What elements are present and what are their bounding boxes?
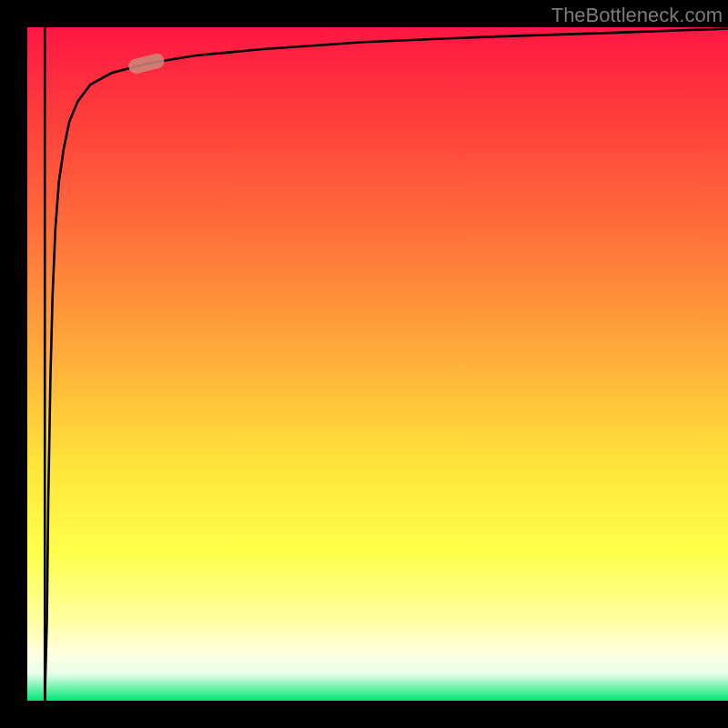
gradient-background — [27, 27, 728, 701]
chart-svg — [27, 27, 728, 701]
watermark-label: TheBottleneck.com — [551, 4, 723, 27]
bottleneck-chart — [27, 27, 728, 701]
